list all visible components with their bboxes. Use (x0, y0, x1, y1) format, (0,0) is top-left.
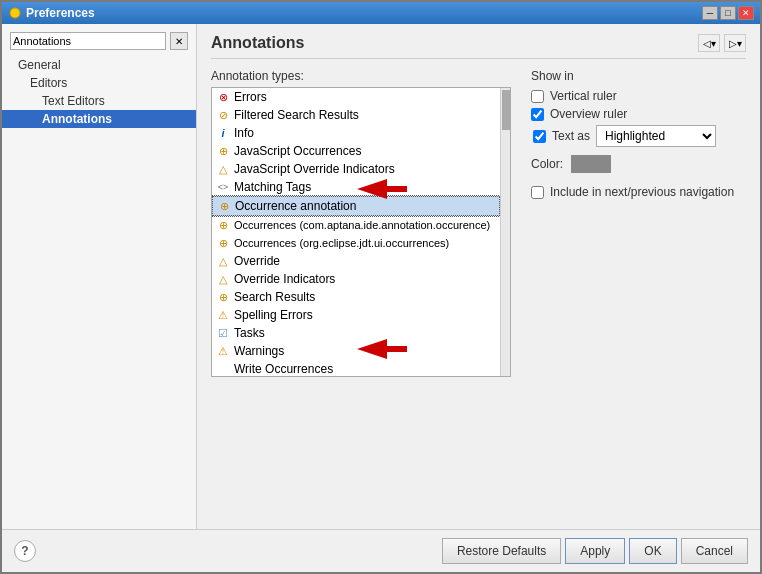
right-section: Annotations ◁▾ ▷▾ Annotation types: ⊗ (197, 24, 760, 529)
cancel-button[interactable]: Cancel (681, 538, 748, 564)
include-navigation-label: Include in next/previous navigation (550, 185, 734, 199)
window-title: Preferences (26, 6, 95, 20)
list-item-occurrence[interactable]: ⊕ Occurrence annotation (212, 196, 500, 216)
list-scrollbar[interactable] (500, 88, 510, 376)
filter-button[interactable]: ✕ (170, 32, 188, 50)
right-panel: Annotations ◁▾ ▷▾ Annotation types: ⊗ (197, 24, 760, 529)
text-as-label: Text as (552, 129, 590, 143)
restore-defaults-button[interactable]: Restore Defaults (442, 538, 561, 564)
annotation-types-label: Annotation types: (211, 69, 511, 83)
preferences-window: Preferences ─ □ ✕ ✕ General Editors (0, 0, 762, 574)
help-button[interactable]: ? (14, 540, 36, 562)
list-item-warnings-label: Warnings (234, 344, 284, 358)
show-in-label: Show in (531, 69, 736, 83)
list-item-tasks[interactable]: ☑ Tasks (212, 324, 500, 342)
list-item-js-override[interactable]: △ JavaScript Override Indicators (212, 160, 500, 178)
tree-item-text-editors[interactable]: Text Editors (2, 92, 196, 110)
annotations-list[interactable]: ⊗ Errors ⊘ Filtered Search Results i Inf… (212, 88, 500, 376)
title-bar-buttons: ─ □ ✕ (702, 6, 754, 20)
text-as-checkbox[interactable] (533, 130, 546, 143)
vertical-ruler-checkbox[interactable] (531, 90, 544, 103)
tree-item-annotations[interactable]: Annotations (2, 110, 196, 128)
list-item-js-override-label: JavaScript Override Indicators (234, 162, 395, 176)
panel-title: Annotations (211, 34, 304, 52)
include-navigation-checkbox[interactable] (531, 186, 544, 199)
list-item-search-results-label: Search Results (234, 290, 315, 304)
list-item-write-occurrences-label: Write Occurrences (234, 362, 333, 376)
show-in-panel: Show in Vertical ruler Overview ruler Te… (521, 69, 746, 519)
filtered-search-icon: ⊘ (216, 108, 230, 122)
list-item-tasks-label: Tasks (234, 326, 265, 340)
tasks-icon: ☑ (216, 326, 230, 340)
list-item-warnings[interactable]: ⚠ Warnings (212, 342, 500, 360)
toolbar-nav: ◁▾ ▷▾ (698, 34, 746, 52)
list-item-override-indicators[interactable]: △ Override Indicators (212, 270, 500, 288)
override-indicators-icon: △ (216, 272, 230, 286)
list-item-errors-label: Errors (234, 90, 267, 104)
list-item-override-indicators-label: Override Indicators (234, 272, 335, 286)
list-item-matching-tags[interactable]: <> Matching Tags (212, 178, 500, 196)
ok-button[interactable]: OK (629, 538, 676, 564)
bottom-left: ? (14, 540, 36, 562)
color-swatch[interactable] (571, 155, 611, 173)
list-item-occurrences-jdt[interactable]: ⊕ Occurrences (org.eclipse.jdt.ui.occurr… (212, 234, 500, 252)
nav-back-button[interactable]: ◁▾ (698, 34, 720, 52)
list-item-spelling-errors[interactable]: ⚠ Spelling Errors (212, 306, 500, 324)
vertical-ruler-label: Vertical ruler (550, 89, 617, 103)
scrollbar-thumb[interactable] (502, 90, 510, 130)
list-item-info-label: Info (234, 126, 254, 140)
text-as-row: Text as Highlighted Box Underline Squigg… (531, 125, 736, 147)
overview-ruler-row: Overview ruler (531, 107, 736, 121)
title-bar: Preferences ─ □ ✕ (2, 2, 760, 24)
list-item-errors[interactable]: ⊗ Errors (212, 88, 500, 106)
list-item-info[interactable]: i Info (212, 124, 500, 142)
list-item-filtered-search-label: Filtered Search Results (234, 108, 359, 122)
occurrences-jdt-icon: ⊕ (216, 236, 230, 250)
list-item-write-occurrences[interactable]: Write Occurrences (212, 360, 500, 376)
bottom-right: Restore Defaults Apply OK Cancel (442, 538, 748, 564)
list-item-occurrences-aptana[interactable]: ⊕ Occurrences (com.aptana.ide.annotation… (212, 216, 500, 234)
include-navigation-row: Include in next/previous navigation (531, 185, 736, 199)
annotations-list-container: Annotation types: ⊗ Errors ⊘ Filtered Se… (211, 69, 511, 519)
overview-ruler-checkbox[interactable] (531, 108, 544, 121)
list-item-occurrence-label: Occurrence annotation (235, 199, 356, 213)
maximize-button[interactable]: □ (720, 6, 736, 20)
tree-item-general[interactable]: General (2, 56, 196, 74)
text-as-select[interactable]: Highlighted Box Underline Squiggly (596, 125, 716, 147)
occurrences-aptana-icon: ⊕ (216, 218, 230, 232)
tree-item-editors[interactable]: Editors (2, 74, 196, 92)
bottom-bar: ? Restore Defaults Apply OK Cancel (2, 529, 760, 572)
list-item-search-results[interactable]: ⊕ Search Results (212, 288, 500, 306)
apply-button[interactable]: Apply (565, 538, 625, 564)
list-item-js-occurrences[interactable]: ⊕ JavaScript Occurrences (212, 142, 500, 160)
title-bar-left: Preferences (8, 6, 95, 20)
filter-input[interactable] (10, 32, 166, 50)
spelling-errors-icon: ⚠ (216, 308, 230, 322)
close-button[interactable]: ✕ (738, 6, 754, 20)
warnings-icon: ⚠ (216, 344, 230, 358)
js-occurrences-icon: ⊕ (216, 144, 230, 158)
left-panel: ✕ General Editors Text Editors Annotatio… (2, 24, 197, 529)
matching-tags-icon: <> (216, 180, 230, 194)
color-label: Color: (531, 157, 563, 171)
list-item-override-label: Override (234, 254, 280, 268)
list-item-matching-tags-label: Matching Tags (234, 180, 311, 194)
nav-forward-button[interactable]: ▷▾ (724, 34, 746, 52)
list-item-filtered-search[interactable]: ⊘ Filtered Search Results (212, 106, 500, 124)
svg-point-0 (10, 8, 20, 18)
list-item-override[interactable]: △ Override (212, 252, 500, 270)
vertical-ruler-row: Vertical ruler (531, 89, 736, 103)
main-content: ✕ General Editors Text Editors Annotatio… (2, 24, 760, 529)
minimize-button[interactable]: ─ (702, 6, 718, 20)
list-item-occurrences-aptana-label: Occurrences (com.aptana.ide.annotation.o… (234, 219, 490, 231)
overview-ruler-label: Overview ruler (550, 107, 627, 121)
right-content: Annotation types: ⊗ Errors ⊘ Filtered Se… (211, 69, 746, 519)
list-item-occurrences-jdt-label: Occurrences (org.eclipse.jdt.ui.occurren… (234, 237, 449, 249)
list-item-js-occurrences-label: JavaScript Occurrences (234, 144, 361, 158)
override-icon: △ (216, 254, 230, 268)
write-occurrences-icon (216, 362, 230, 376)
left-panel-header: ✕ (2, 28, 196, 54)
occurrence-icon: ⊕ (217, 199, 231, 213)
list-item-spelling-errors-label: Spelling Errors (234, 308, 313, 322)
error-icon: ⊗ (216, 90, 230, 104)
